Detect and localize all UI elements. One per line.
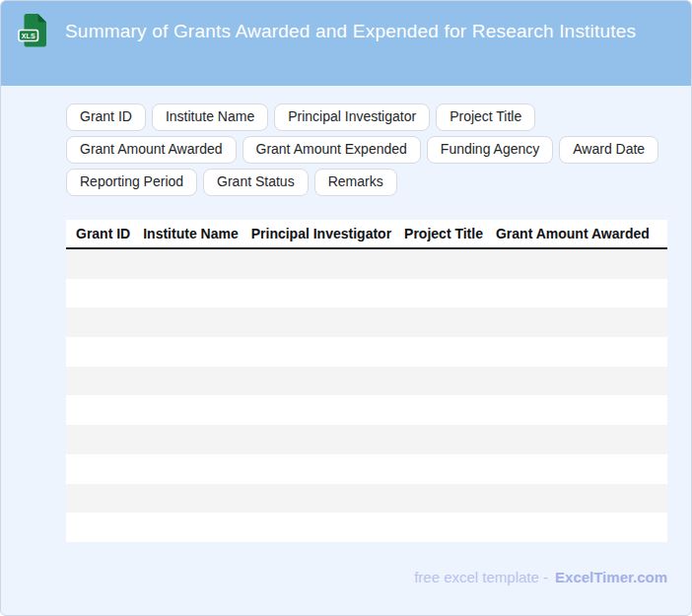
footer-brand-link[interactable]: ExcelTimer.com <box>555 569 667 585</box>
chip-grant-status[interactable]: Grant Status <box>203 169 309 196</box>
table-row <box>66 249 667 279</box>
chip-grant-id[interactable]: Grant ID <box>66 103 146 131</box>
table-row <box>66 395 667 425</box>
table-row <box>66 425 667 454</box>
table-row <box>66 367 667 396</box>
chip-reporting-period[interactable]: Reporting Period <box>66 169 197 196</box>
chip-project-title[interactable]: Project Title <box>436 103 535 131</box>
column-header-institute-name: Institute Name <box>143 226 238 241</box>
template-card: XLS Summary of Grants Awarded and Expend… <box>0 0 692 616</box>
chip-institute-name[interactable]: Institute Name <box>152 103 268 131</box>
footer-text: free excel template - <box>414 569 548 585</box>
table-body <box>66 249 667 542</box>
table-row <box>66 484 667 513</box>
chip-remarks[interactable]: Remarks <box>314 169 397 196</box>
column-header-grant-id: Grant ID <box>76 226 130 241</box>
chip-grant-amount-expended[interactable]: Grant Amount Expended <box>242 136 421 164</box>
svg-text:XLS: XLS <box>22 33 35 39</box>
column-header-grant-amount-awarded: Grant Amount Awarded <box>496 226 650 241</box>
field-chips: Grant ID Institute Name Principal Invest… <box>66 103 667 196</box>
table-header-row: Grant ID Institute Name Principal Invest… <box>66 220 667 249</box>
content-area: Grant ID Institute Name Principal Invest… <box>1 86 691 615</box>
chip-award-date[interactable]: Award Date <box>559 136 658 164</box>
header: XLS Summary of Grants Awarded and Expend… <box>1 1 691 86</box>
column-header-principal-investigator: Principal Investigator <box>251 226 391 241</box>
chip-funding-agency[interactable]: Funding Agency <box>427 136 553 164</box>
chip-grant-amount-awarded[interactable]: Grant Amount Awarded <box>66 136 237 164</box>
xls-file-icon: XLS <box>18 13 47 48</box>
table-row <box>66 337 667 367</box>
table-row <box>66 513 667 542</box>
table-row <box>66 454 667 484</box>
footer: free excel template -ExcelTimer.com <box>1 569 667 585</box>
table-row <box>66 279 667 308</box>
column-header-project-title: Project Title <box>404 226 483 241</box>
grants-table: Grant ID Institute Name Principal Invest… <box>66 220 667 542</box>
table-row <box>66 308 667 337</box>
chip-principal-investigator[interactable]: Principal Investigator <box>274 103 430 131</box>
page-title: Summary of Grants Awarded and Expended f… <box>65 21 636 41</box>
